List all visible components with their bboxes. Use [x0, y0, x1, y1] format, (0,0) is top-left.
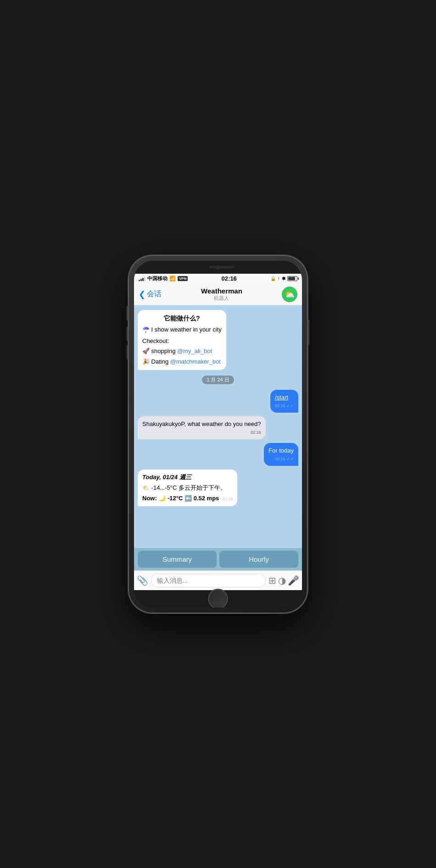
- status-right: 🔒 ↑ ✱: [270, 276, 297, 281]
- phone-top-bar: [134, 261, 302, 274]
- bluetooth-icon: ✱: [282, 276, 285, 281]
- intro-heading: 它能做什么?: [142, 314, 222, 323]
- intro-message-row: 它能做什么? ☂️ I show weather in your city Ch…: [138, 310, 298, 370]
- start-time: 02:16 ✓✓: [275, 403, 294, 409]
- double-check-icon: ✓✓: [286, 404, 294, 408]
- check-icon: ✓✓: [286, 457, 294, 461]
- emoji-icon[interactable]: ◑: [278, 575, 286, 586]
- message-input[interactable]: [151, 574, 266, 587]
- start-text: /start: [275, 394, 288, 401]
- start-message-row: /start 02:16 ✓✓: [138, 390, 298, 413]
- moon-emoji: 🌙: [158, 495, 166, 502]
- dragon-emoji: 🎉: [142, 358, 150, 365]
- intro-bubble: 它能做什么? ☂️ I show weather in your city Ch…: [138, 310, 226, 370]
- sticker-icon[interactable]: ⊞: [268, 575, 276, 586]
- home-button[interactable]: [208, 589, 228, 608]
- screen: 中国移动 📶 VPN 02:16 🔒 ↑ ✱ ❮ 会话: [134, 274, 302, 590]
- weather-now: Now: 🌙 -12°C ⬅️ 0.52 mps 02:16: [142, 494, 233, 503]
- bot-response-row: ShakuyakukyoP, what weather do you need?…: [138, 416, 298, 439]
- rocket-emoji: 🚀: [142, 348, 150, 354]
- speaker-slot: [209, 266, 235, 268]
- weather-bubble: Today, 01/24 週三 ⛅ -14...-5°C 多云开始于下午。 No…: [138, 470, 237, 507]
- shopping-line: 🚀 shopping @my_ali_bot: [142, 347, 222, 356]
- dating-link[interactable]: @matchmaker_bot: [170, 358, 221, 365]
- bar2: [140, 279, 142, 281]
- weather-report-row: Today, 01/24 週三 ⛅ -14...-5°C 多云开始于下午。 No…: [138, 470, 298, 507]
- checkout-label: Checkout:: [142, 337, 222, 346]
- for-today-row: For today 02:16 ✓✓: [138, 443, 298, 466]
- now-label: Now:: [142, 495, 157, 502]
- weather-temp-range: ⛅ -14...-5°C 多云开始于下午。: [142, 484, 233, 492]
- quick-buttons-bar: Summary Hourly: [134, 548, 302, 570]
- camera-dot: [216, 265, 220, 269]
- back-button[interactable]: ❮ 会话: [139, 289, 162, 299]
- location-icon: ↑: [278, 276, 280, 281]
- status-time: 02:16: [222, 275, 237, 282]
- for-today-text: For today: [268, 447, 294, 454]
- nav-title-area: Weatherman 机器人: [201, 287, 242, 302]
- vpn-badge: VPN: [178, 276, 188, 281]
- status-left: 中国移动 📶 VPN: [139, 275, 188, 282]
- signal-bars: [139, 276, 145, 281]
- weather-time: 02:16: [223, 497, 233, 501]
- intro-line1: ☂️ I show weather in your city: [142, 326, 222, 334]
- phone-frame: 中国移动 📶 VPN 02:16 🔒 ↑ ✱ ❮ 会话: [129, 255, 307, 613]
- lock-icon: 🔒: [270, 276, 276, 281]
- back-arrow-icon: ❮: [139, 289, 145, 299]
- nav-title: Weatherman: [201, 287, 242, 295]
- bot-response-bubble: ShakuyakukyoP, what weather do you need?…: [138, 416, 266, 439]
- weather-date: Today, 01/24 週三: [142, 473, 233, 482]
- bar1: [139, 280, 140, 281]
- umbrella-emoji: ☂️: [142, 326, 150, 333]
- date-chip-label: 1 月 24 日: [202, 376, 234, 384]
- now-temp: -12°C: [168, 495, 184, 502]
- status-bar: 中国移动 📶 VPN 02:16 🔒 ↑ ✱: [134, 274, 302, 284]
- input-bar: 📎 ⊞ ◑ 🎤: [134, 570, 302, 590]
- nav-bar: ❮ 会话 Weatherman 机器人 ⛅: [134, 284, 302, 305]
- mic-icon[interactable]: 🎤: [288, 575, 299, 586]
- wifi-icon: 📶: [169, 276, 176, 282]
- bar3: [142, 278, 144, 281]
- bot-response-time: 02:16: [142, 430, 261, 436]
- now-wind: 0.52 mps: [194, 495, 219, 502]
- bot-avatar[interactable]: ⛅: [282, 287, 297, 302]
- battery: [287, 276, 297, 281]
- bot-response-text: ShakuyakukyoP, what weather do you need?: [142, 420, 261, 427]
- arrow-emoji: ⬅️: [184, 495, 192, 502]
- bar4: [144, 277, 145, 281]
- attachment-icon[interactable]: 📎: [137, 575, 148, 586]
- shopping-link[interactable]: @my_ali_bot: [177, 348, 212, 354]
- phone-bottom: [134, 590, 302, 608]
- dating-line: 🎉 Dating @matchmaker_bot: [142, 358, 222, 366]
- back-label: 会话: [147, 289, 162, 299]
- start-bubble: /start 02:16 ✓✓: [270, 390, 298, 413]
- battery-fill: [288, 277, 295, 280]
- chat-area[interactable]: 它能做什么? ☂️ I show weather in your city Ch…: [134, 305, 302, 548]
- date-chip: 1 月 24 日: [138, 376, 298, 384]
- for-today-time: 02:16 ✓✓: [268, 456, 294, 462]
- partly-cloudy-emoji: ⛅: [142, 484, 150, 491]
- for-today-bubble: For today 02:16 ✓✓: [264, 443, 298, 466]
- nav-subtitle: 机器人: [201, 295, 242, 302]
- phone-body: 中国移动 📶 VPN 02:16 🔒 ↑ ✱ ❮ 会话: [134, 261, 302, 608]
- summary-button[interactable]: Summary: [138, 551, 217, 568]
- hourly-button[interactable]: Hourly: [219, 551, 298, 568]
- input-right-icons: ⊞ ◑ 🎤: [268, 575, 299, 586]
- carrier-label: 中国移动: [147, 275, 168, 282]
